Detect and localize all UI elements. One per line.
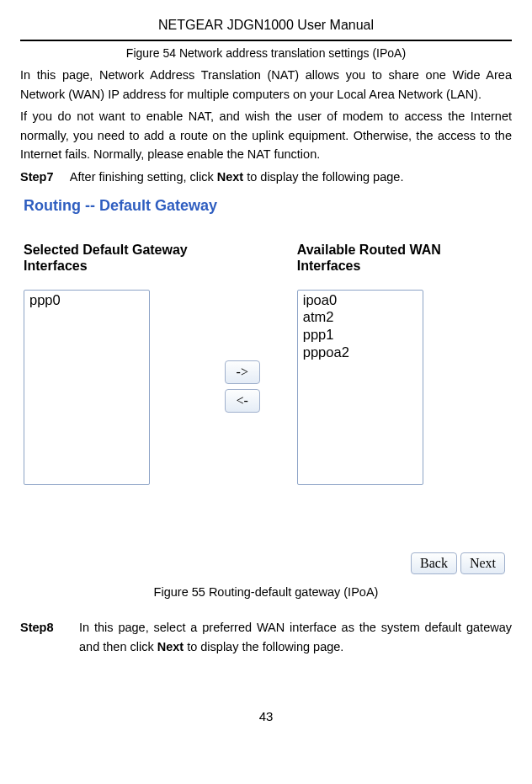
move-right-button[interactable]: -> xyxy=(225,360,260,384)
page-number: 43 xyxy=(20,707,512,726)
figure55-caption: Figure 55 Routing-default gateway (IPoA) xyxy=(20,583,512,601)
available-wan-group: Available Routed WAN Interfaces ipoa0atm… xyxy=(297,242,441,484)
step8-text: In this page, select a preferred WAN int… xyxy=(79,618,512,656)
wizard-button-row: Back Next xyxy=(24,552,505,574)
back-button[interactable]: Back xyxy=(411,552,457,574)
selected-gateway-label: Selected Default Gateway Interfaces xyxy=(24,242,188,274)
move-left-button[interactable]: <- xyxy=(225,389,260,413)
router-heading: Routing -- Default Gateway xyxy=(24,195,510,218)
step8-text-bold: Next xyxy=(157,640,184,653)
selected-gateway-group: Selected Default Gateway Interfaces ppp0 xyxy=(24,242,188,484)
next-button[interactable]: Next xyxy=(460,552,505,574)
doc-title: NETGEAR JDGN1000 User Manual xyxy=(20,15,512,38)
step8-line: Step8 In this page, select a preferred W… xyxy=(20,618,512,656)
step8-label: Step8 xyxy=(20,618,79,656)
router-columns: Selected Default Gateway Interfaces ppp0… xyxy=(24,242,510,484)
step7-line: Step7 After finishing setting, click Nex… xyxy=(20,168,512,186)
figure54-caption: Figure 54 Network address translation se… xyxy=(20,45,512,63)
title-rule xyxy=(20,40,512,41)
para-nat-desc: In this page, Network Address Translatio… xyxy=(20,66,512,104)
move-buttons: -> <- xyxy=(188,289,297,484)
step8-text-post: to display the following page. xyxy=(184,640,343,653)
step7-text-post: to display the following page. xyxy=(243,170,403,184)
list-item[interactable]: atm2 xyxy=(301,309,419,327)
step7-text-bold: Next xyxy=(217,170,243,184)
router-screenshot: Routing -- Default Gateway Selected Defa… xyxy=(20,191,512,577)
list-item[interactable]: pppoa2 xyxy=(301,344,419,362)
step7-label: Step7 xyxy=(20,170,54,184)
step7-text-pre: After finishing setting, click xyxy=(70,170,217,184)
list-item[interactable]: ipoa0 xyxy=(301,292,419,310)
available-wan-label: Available Routed WAN Interfaces xyxy=(297,242,441,274)
para-nat-note: If you do not want to enable NAT, and wi… xyxy=(20,107,512,163)
list-item[interactable]: ppp0 xyxy=(28,292,146,310)
list-item[interactable]: ppp1 xyxy=(301,327,419,344)
available-interfaces-list[interactable]: ipoa0atm2ppp1pppoa2 xyxy=(297,290,423,485)
selected-interfaces-list[interactable]: ppp0 xyxy=(24,290,150,485)
